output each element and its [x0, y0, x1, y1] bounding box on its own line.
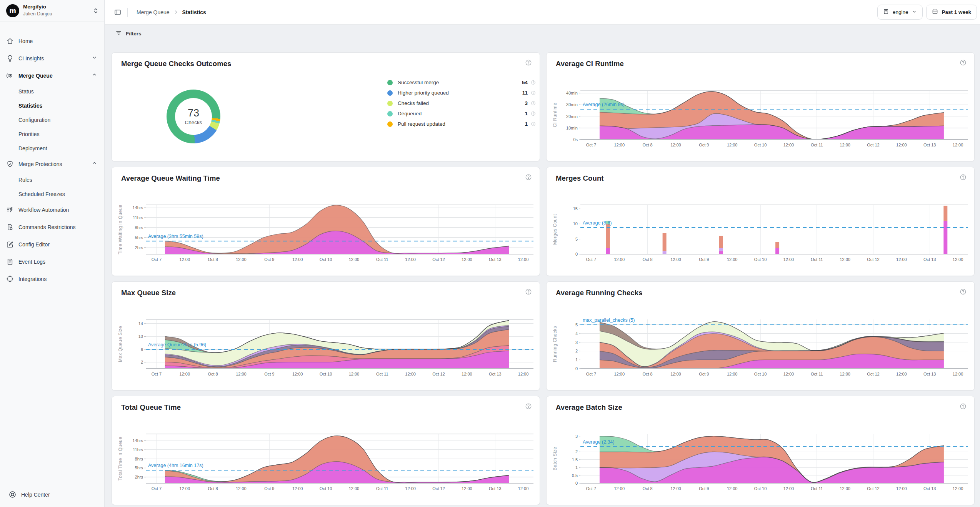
sidebar-item-deployment[interactable]: Deployment	[0, 141, 104, 155]
card-title: Merge Queue Checks Outcomes	[121, 60, 231, 68]
x-tick-label: 12:00	[727, 143, 738, 147]
x-tick-label: 12:00	[405, 486, 416, 491]
help-center-link[interactable]: Help Center	[8, 490, 50, 499]
card-title: Max Queue Size	[121, 289, 176, 297]
info-icon[interactable]	[531, 111, 536, 116]
sidebar-item-config-editor[interactable]: Config Editor	[0, 236, 104, 253]
x-tick-label: 12:00	[896, 143, 907, 147]
card-avg-running-checks: Average Running Checksmax_parallel_check…	[546, 281, 975, 391]
sidebar-toggle-icon[interactable]	[114, 8, 122, 18]
sidebar-item-configuration[interactable]: Configuration	[0, 113, 104, 127]
y-tick-label: 2	[575, 449, 578, 454]
chevron-right-icon	[173, 9, 178, 16]
x-tick-label: 12:00	[727, 372, 738, 376]
sidebar-item-home[interactable]: Home	[0, 32, 104, 50]
x-tick-label: Oct 13	[489, 372, 501, 376]
sidebar-item-integrations[interactable]: Integrations	[0, 270, 104, 288]
workflow-automation-icon	[6, 206, 14, 214]
info-icon[interactable]	[531, 80, 536, 85]
repository-selector[interactable]: engine	[877, 5, 923, 20]
sidebar-item-statistics[interactable]: Statistics	[0, 98, 104, 113]
help-icon[interactable]	[525, 403, 532, 411]
x-tick-label: 12:00	[179, 257, 190, 262]
help-icon[interactable]	[960, 59, 967, 68]
sidebar-item-priorities[interactable]: Priorities	[0, 127, 104, 141]
legend-item: Higher priority queued11	[387, 88, 536, 98]
filters-button[interactable]: Filters	[115, 27, 142, 40]
sidebar-item-merge-protections[interactable]: Merge Protections	[0, 155, 104, 173]
x-tick-label: 12:00	[462, 372, 472, 376]
x-tick-label: Oct 12	[867, 257, 879, 262]
y-tick-label: 1.5	[572, 457, 578, 462]
sidebar-item-merge-queue[interactable]: Merge Queue	[0, 67, 104, 84]
help-icon[interactable]	[960, 403, 967, 411]
sidebar-item-event-logs[interactable]: Event Logs	[0, 253, 104, 270]
unfold-icon[interactable]	[92, 7, 100, 16]
legend-value: 54	[518, 80, 528, 85]
average-label: Average (8.8)	[583, 220, 612, 226]
chart-canvas: Average (8.8)051015Oct 712:00Oct 812:00O…	[550, 187, 969, 273]
bar-segment	[943, 221, 947, 254]
org-name: Mergifyio	[23, 4, 46, 10]
info-icon[interactable]	[531, 101, 536, 106]
info-icon[interactable]	[531, 90, 536, 95]
sidebar-item-label: Statistics	[18, 103, 42, 109]
breadcrumb: Merge Queue Statistics	[137, 0, 206, 25]
y-tick-label: 15	[573, 206, 578, 211]
card-title: Average Running Checks	[556, 289, 643, 297]
card-avg-ci-runtime: Average CI RuntimeAverage (26min 9s)0s10…	[546, 52, 975, 161]
sidebar-item-ci-insights[interactable]: CI Insights	[0, 50, 104, 67]
x-tick-label: Oct 8	[642, 143, 652, 147]
legend-value: 3	[518, 100, 528, 106]
help-icon[interactable]	[525, 59, 532, 68]
breadcrumb-merge-queue[interactable]: Merge Queue	[137, 9, 170, 15]
x-tick-label: Oct 11	[376, 486, 388, 491]
sidebar: m Mergifyio Julien Danjou HomeCI Insight…	[0, 0, 105, 507]
sidebar-item-workflow-automation[interactable]: Workflow Automation	[0, 201, 104, 218]
chevron-down-icon	[92, 55, 97, 62]
x-tick-label: 12:00	[405, 372, 416, 376]
sidebar-item-status[interactable]: Status	[0, 84, 104, 98]
sidebar-item-label: Workflow Automation	[18, 207, 69, 213]
sidebar-item-commands-restrictions[interactable]: Commands Restrictions	[0, 218, 104, 236]
average-label: Average (3hrs 55min 59s)	[148, 234, 203, 239]
mergify-logo: m	[6, 4, 19, 17]
x-tick-label: Oct 8	[642, 372, 652, 376]
x-tick-label: Oct 7	[152, 372, 162, 376]
y-tick-label: 40min	[566, 91, 578, 95]
repo-icon	[883, 8, 889, 16]
sidebar-item-label: Merge Protections	[18, 161, 62, 167]
legend-dot	[387, 101, 393, 106]
help-icon[interactable]	[525, 288, 532, 297]
help-center-label: Help Center	[21, 492, 50, 498]
y-tick-label: 0.5	[572, 473, 578, 478]
breadcrumb-statistics: Statistics	[182, 9, 206, 15]
x-tick-label: 12:00	[953, 486, 963, 491]
sidebar-item-rules[interactable]: Rules	[0, 173, 104, 187]
repository-name: engine	[893, 9, 908, 15]
mergify-dashboard: m Mergifyio Julien Danjou HomeCI Insight…	[0, 0, 980, 507]
sidebar-item-scheduled-freezes[interactable]: Scheduled Freezes	[0, 187, 104, 201]
x-tick-label: Oct 10	[754, 143, 767, 147]
legend-item: Successful merge54	[387, 77, 536, 88]
help-icon[interactable]	[960, 288, 967, 297]
y-axis-title: Batch Size	[552, 447, 558, 470]
legend-label: Higher priority queued	[398, 90, 518, 96]
y-tick-label: 3	[575, 340, 578, 345]
legend-value: 1	[518, 111, 528, 116]
x-tick-label: 12:00	[614, 143, 625, 147]
y-tick-label: 14hrs	[132, 438, 143, 443]
info-icon[interactable]	[531, 121, 536, 126]
y-tick-label: 20min	[566, 114, 578, 119]
y-tick-label: 10	[573, 221, 578, 226]
help-icon[interactable]	[525, 174, 532, 182]
y-axis-title: Running Checks	[552, 326, 558, 362]
y-tick-label: 5hrs	[135, 465, 143, 470]
y-tick-label: 1	[575, 357, 578, 362]
help-icon[interactable]	[960, 174, 967, 182]
legend-dot	[387, 80, 393, 85]
org-switcher[interactable]: m Mergifyio Julien Danjou	[0, 0, 104, 22]
y-tick-label: 0	[575, 252, 578, 256]
x-tick-label: Oct 12	[432, 486, 445, 491]
date-range-button[interactable]: Past 1 week	[926, 5, 977, 20]
